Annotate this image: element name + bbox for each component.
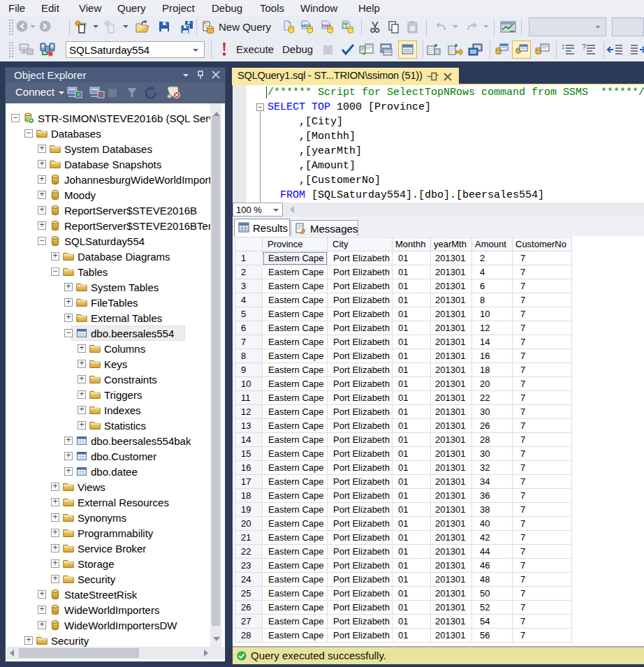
svg-text:LA: LA xyxy=(342,25,347,29)
svg-text:?: ? xyxy=(582,43,586,51)
